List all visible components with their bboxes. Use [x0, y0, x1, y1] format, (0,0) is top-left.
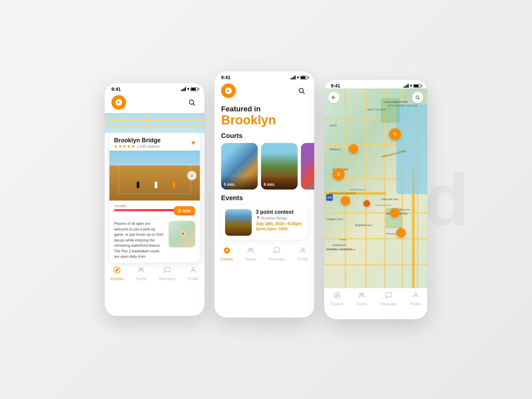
map-view[interactable]: SOHO TRIBECA CHINATOWN EAST VILLAGE STUY… [324, 88, 427, 288]
court-thumb-2[interactable]: 8 min. [261, 143, 298, 190]
profile-icon [190, 266, 197, 276]
events-section: 3 point contest 📍 Brooklyn Bridge July 1… [214, 205, 314, 243]
phone1-status-icons: ▾ [181, 87, 198, 91]
nav3-messages[interactable]: Messages [380, 292, 397, 306]
nav3-explore[interactable]: Explore [331, 292, 343, 306]
signal-bars-icon [181, 87, 186, 91]
messages-icon [164, 266, 171, 276]
next-arrow[interactable]: › [187, 171, 197, 180]
search-button[interactable] [186, 96, 198, 108]
phones-container: 9:41 ▾ [105, 80, 427, 319]
messages-icon-3 [385, 292, 392, 301]
gowanus-label: GOWANUS [332, 244, 346, 246]
court-thumb-label-2: 8 min. [261, 176, 298, 190]
court-image: › [109, 151, 200, 200]
featured-in-label: Featured in [221, 105, 308, 113]
svg-point-13 [302, 248, 304, 250]
cluster-pin-3[interactable]: 3 [332, 168, 344, 180]
court-thumb-3[interactable] [301, 143, 314, 190]
phone1-time: 9:41 [111, 86, 121, 92]
phone2-bottom-nav: Explore Teams [214, 243, 314, 266]
featured-header: Featured in Brooklyn [214, 101, 314, 132]
court-thumb-1[interactable]: 5 min. [221, 143, 258, 190]
nav2-profile[interactable]: Profile [298, 247, 308, 261]
signal-bars-icon-3 [404, 84, 409, 88]
event-spots: Spots Open: 18/20 [256, 227, 304, 231]
cobble-hill-label: COBBLE HILL [326, 218, 344, 220]
phone2-header [214, 82, 314, 101]
search-icon-2 [298, 87, 305, 94]
profile-icon-2 [299, 247, 307, 256]
court-card-header: Brooklyn Bridge ★ ★ ★ ★ ★ 1,245 reviews … [109, 133, 200, 151]
map-strip [105, 113, 204, 133]
union-sq-label: Union Square Park [384, 100, 408, 103]
event-info: 3 point contest 📍 Brooklyn Bridge July 1… [256, 209, 304, 231]
nav2-explore[interactable]: Explore [221, 247, 233, 261]
event-card[interactable]: 3 point contest 📍 Brooklyn Bridge July 1… [221, 205, 308, 240]
map-search-button[interactable] [412, 92, 423, 103]
battery-icon-2 [300, 76, 308, 79]
favorite-button[interactable]: ♥ [191, 139, 195, 147]
brooklyn-heights-label: BROOKLYN HEIGHTS [330, 192, 356, 195]
explore-icon-2 [223, 247, 230, 256]
nav2-teams[interactable]: Teams [245, 247, 256, 261]
nav-messages[interactable]: Messages [159, 266, 176, 281]
svg-line-15 [419, 98, 420, 99]
nav-explore[interactable]: Explore [111, 266, 123, 281]
wifi-icon-3: ▾ [410, 83, 412, 88]
svg-marker-3 [116, 269, 118, 271]
svg-point-6 [192, 267, 194, 270]
svg-marker-17 [336, 294, 338, 297]
explore-label-3: Explore [331, 302, 343, 306]
court-thumb-label-1: 5 min. [221, 176, 258, 190]
phone1-header [105, 94, 204, 113]
profile-label-2: Profile [298, 257, 308, 261]
messages-icon-2 [273, 247, 281, 256]
phone1-status-bar: 9:41 ▾ [105, 83, 204, 94]
watermark: d [424, 158, 466, 242]
soho-label: SOHO [330, 124, 337, 127]
nav3-profile[interactable]: Profile [410, 292, 421, 306]
mini-map-pin [181, 231, 185, 236]
event-date: July 18th, 2020 • 6:30pm [256, 221, 304, 226]
hook-label: Hook [340, 238, 346, 241]
east-river-ferry-label: East River Ferry [376, 204, 391, 206]
event-location: 📍 Brooklyn Bridge [256, 216, 304, 220]
cluster-pin-dot-5[interactable] [396, 228, 406, 237]
phone-3-frame: 9:41 ▾ [324, 80, 427, 319]
court-card: Brooklyn Bridge ★ ★ ★ ★ ★ 1,245 reviews … [109, 133, 200, 263]
phone2-time: 9:41 [221, 75, 230, 80]
svg-point-0 [190, 100, 194, 104]
fdr-drive-label: FDR Drive S [350, 188, 365, 191]
phone3-bottom-nav: Explore Teams [324, 288, 427, 311]
tribeca-label: TRIBECA [330, 148, 341, 151]
back-icon [331, 95, 336, 100]
app-logo[interactable] [111, 95, 126, 110]
event-thumb [225, 209, 252, 236]
nav-profile[interactable]: Profile [188, 266, 198, 281]
app-logo-2[interactable] [221, 83, 236, 98]
app-logo-icon-2 [224, 87, 232, 95]
busyness-section: Usually... Very Busy 5 min [109, 200, 200, 219]
nav3-teams[interactable]: Teams [356, 292, 367, 306]
busyness-status: Very Busy [114, 212, 195, 216]
mini-map[interactable] [169, 221, 195, 247]
profile-label-3: Profile [410, 302, 421, 306]
cluster-pin-dot-1[interactable] [349, 144, 358, 154]
messages-label-2: Messages [269, 257, 285, 261]
battery-icon [191, 87, 198, 91]
phone2-status-icons: ▾ [291, 75, 308, 80]
teams-label: Teams [136, 277, 146, 281]
event-name: 3 point contest [256, 209, 304, 215]
back-button[interactable] [328, 92, 339, 103]
cluster-pin-dot-3[interactable] [363, 200, 370, 207]
svg-point-16 [334, 292, 340, 298]
cluster-pin-dot-2[interactable] [341, 196, 350, 205]
explore-icon-3 [333, 292, 341, 301]
court-name: Brooklyn Bridge [114, 137, 161, 144]
events-section-title: Events [214, 194, 314, 205]
nav2-messages[interactable]: Messages [269, 247, 285, 261]
nav-teams[interactable]: Teams [136, 266, 146, 281]
search-button-2[interactable] [296, 85, 308, 97]
court-description: Players of all ages are welcome to join … [114, 221, 165, 259]
